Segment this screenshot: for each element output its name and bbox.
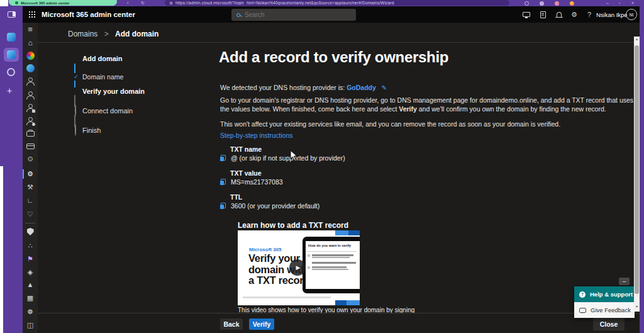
step-indicator-filled [70, 53, 79, 64]
page-title: Add a record to verify ownership [219, 48, 448, 66]
avatar[interactable]: NI [626, 9, 637, 20]
user-name[interactable]: Nsikan Ikpe [596, 11, 628, 18]
provider-link[interactable]: GoDaddy [347, 84, 376, 91]
url-bar[interactable]: https://admin.cloud.microsoft/?login_hin… [165, 0, 509, 6]
search-box[interactable] [231, 9, 356, 21]
step-by-step-link[interactable]: Step-by-step instructions [220, 132, 293, 139]
nav-rail: ≡ ⌂ ⊙ ⚙ ⚒ ∟ ♡ ∴ ⚑ ◈ ▲ ▦ ☸ ◫ [23, 23, 38, 333]
copy-icon[interactable] [220, 155, 226, 161]
help-support-icon: ? [579, 291, 586, 298]
delegation-icon[interactable] [23, 117, 38, 127]
guest-users-icon[interactable] [23, 91, 38, 101]
window-maximize-icon[interactable]: ▫ [619, 0, 620, 6]
back-icon[interactable]: ‹ [127, 0, 128, 6]
firefox-sidebar: + [0, 6, 23, 333]
give-feedback-button[interactable]: Give Feedback [574, 302, 635, 318]
scrollbar-thumb[interactable] [635, 45, 639, 294]
teams-icon[interactable]: ◫ [23, 321, 38, 329]
security-icon[interactable] [23, 228, 38, 237]
new-tab-button[interactable]: + [7, 86, 12, 96]
instructions-paragraph: Go to your domain's registrar or DNS hos… [220, 96, 639, 113]
record-value: MS=ms21737083 [231, 178, 283, 186]
close-button[interactable]: Close [593, 318, 625, 330]
settings-gear-icon[interactable]: ⚙ [570, 10, 579, 19]
record-row: 3600 (or your provider default) [220, 202, 319, 210]
video-brand: Microsoft 365 [249, 247, 282, 252]
mouse-cursor [290, 150, 297, 161]
presenter-icon[interactable] [522, 10, 531, 19]
apps-icon[interactable] [23, 64, 38, 74]
menu-icon[interactable]: ≡ [23, 25, 38, 33]
screen: Microsoft 365 admin center ‹ ↻ https://a… [0, 0, 644, 333]
step-connector [74, 64, 75, 73]
help-minimize-button[interactable]: – [619, 278, 630, 285]
window-close-icon[interactable]: × [631, 0, 634, 6]
url-text: https://admin.cloud.microsoft/?login_hin… [175, 1, 394, 5]
setup-icon[interactable]: ⚒ [23, 183, 38, 191]
help-icon[interactable]: ? [585, 10, 594, 19]
step-indicator-current [70, 86, 79, 97]
wizard-footer: Back Verify Close [38, 313, 640, 333]
copy-icon[interactable] [220, 179, 226, 185]
window-minimize-icon[interactable]: – [606, 0, 609, 6]
defender-icon[interactable]: ◈ [23, 268, 38, 276]
firefox-menu-icon[interactable] [570, 1, 574, 6]
verify-button[interactable]: Verify [249, 319, 274, 330]
breadcrumb-domains[interactable]: Domains [68, 30, 97, 38]
copilot-icon[interactable] [23, 52, 38, 62]
copy-icon[interactable] [220, 203, 226, 209]
play-button[interactable]: ▶ [289, 259, 306, 276]
reload-icon[interactable]: ↻ [141, 0, 145, 6]
desktop-edge [0, 166, 3, 333]
sidebar-toggle-icon[interactable] [8, 11, 16, 18]
reports-icon[interactable]: ∟ [23, 196, 38, 205]
extension-icon[interactable] [540, 1, 544, 6]
record-value: @ (or skip if not supported by provider) [231, 154, 345, 162]
sentinel-icon[interactable]: ▲ [23, 281, 38, 289]
help-popup: ? Help & support Give Feedback [574, 286, 635, 318]
health-icon[interactable]: ♡ [23, 210, 38, 218]
wizard-steps: Add domain ✓ Domain name Verify your dom… [70, 54, 203, 142]
edit-pencil-icon[interactable]: ✎ [382, 84, 387, 91]
scrollbar-up-icon[interactable]: ▴ [634, 37, 640, 41]
video-progress-bar[interactable] [243, 296, 331, 298]
help-support-button[interactable]: ? Help & support [574, 286, 635, 302]
record-label: TXT name [230, 145, 262, 153]
app-launcher-icon[interactable] [29, 11, 36, 18]
divider [38, 42, 640, 43]
video-thumbnail[interactable]: Microsoft 365 Verify your domain with a … [238, 230, 360, 305]
extension-icon[interactable] [525, 1, 529, 6]
step-indicator-empty [70, 105, 79, 116]
tablet-screen-title: How do you want to verify [308, 244, 351, 247]
record-value: 3600 (or your provider default) [231, 202, 319, 210]
browser-chrome: Microsoft 365 admin center ‹ ↻ https://a… [0, 0, 644, 6]
tab-favicon-generic[interactable] [7, 68, 15, 76]
browser-tab[interactable]: Microsoft 365 admin center [9, 0, 117, 6]
tab-favicon-admin[interactable] [7, 33, 16, 42]
back-button[interactable]: Back [220, 319, 243, 330]
billing-icon[interactable] [23, 143, 38, 151]
compliance-icon[interactable]: ∴ [23, 242, 38, 250]
breadcrumb: Domains > Add domain [68, 30, 158, 38]
scrollbar-down-icon[interactable]: ▾ [634, 304, 640, 308]
apps-grid-icon[interactable]: ▦ [23, 294, 38, 302]
search-input[interactable] [245, 11, 339, 18]
endpoint-flag-icon[interactable]: ⚑ [23, 255, 38, 263]
resources-icon[interactable] [23, 128, 38, 138]
tablet-screen: How do you want to verify [306, 241, 360, 289]
settings-icon[interactable]: ⚙ [23, 170, 38, 178]
notifications-icon[interactable] [555, 10, 564, 19]
support-icon[interactable]: ⊙ [23, 155, 38, 163]
profile-avatar-icon[interactable] [555, 1, 559, 6]
breadcrumb-current: Add domain [115, 30, 158, 38]
users-icon[interactable] [23, 77, 38, 87]
decorative-bar [335, 230, 360, 235]
exchange-icon[interactable]: ☸ [23, 308, 38, 316]
message-center-icon[interactable] [538, 10, 547, 19]
home-icon[interactable]: ⌂ [23, 39, 38, 47]
tab-favicon-admin-active [7, 50, 16, 59]
breadcrumb-separator: > [104, 30, 109, 38]
active-tab[interactable] [4, 48, 19, 62]
roles-icon[interactable] [23, 104, 38, 114]
corner [0, 0, 8, 6]
